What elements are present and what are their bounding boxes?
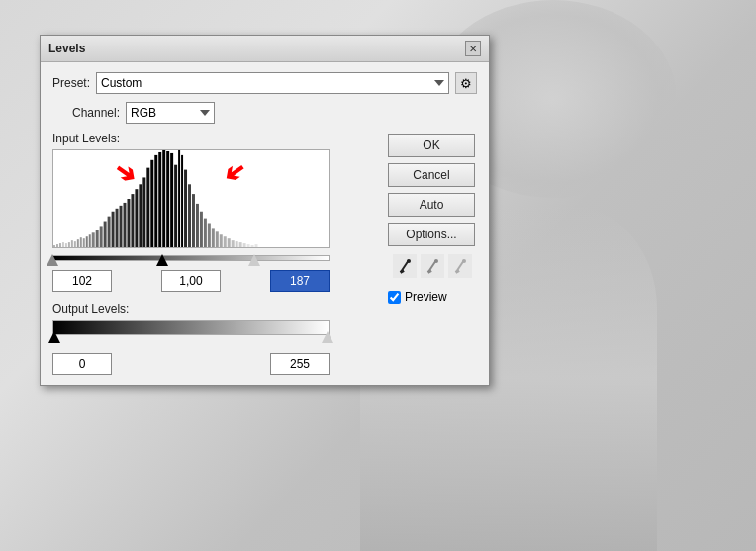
svg-rect-44	[208, 224, 211, 248]
svg-point-65	[462, 259, 466, 263]
preview-label: Preview	[405, 290, 447, 304]
svg-rect-15	[96, 230, 99, 247]
svg-rect-38	[184, 170, 187, 247]
output-section: Output Levels:	[52, 302, 378, 375]
svg-rect-31	[158, 152, 161, 247]
svg-rect-37	[181, 155, 183, 247]
channel-row: Channel: RGB Red Green Blue	[72, 102, 477, 124]
close-button[interactable]: ✕	[465, 41, 481, 56]
mid-handle[interactable]	[47, 254, 58, 266]
output-gradient-bar	[52, 320, 330, 335]
svg-rect-8	[74, 241, 76, 247]
svg-rect-21	[120, 206, 123, 247]
svg-rect-30	[154, 155, 157, 247]
cancel-button[interactable]: Cancel	[388, 163, 475, 187]
svg-rect-43	[204, 219, 207, 247]
preset-row: Preset: Custom Default Darker Increase C…	[52, 72, 477, 94]
ok-button[interactable]: OK	[388, 134, 475, 157]
eyedropper-gray-button[interactable]	[421, 254, 444, 278]
input-values-row	[52, 270, 330, 292]
svg-rect-19	[112, 212, 115, 247]
svg-rect-25	[135, 189, 138, 247]
svg-rect-2	[56, 244, 58, 247]
input-mid-value[interactable]	[161, 270, 221, 292]
output-white-value[interactable]	[270, 353, 330, 375]
dialog-body: Preset: Custom Default Darker Increase C…	[41, 62, 489, 385]
preview-checkbox[interactable]	[388, 291, 401, 304]
svg-rect-36	[178, 150, 180, 247]
svg-rect-12	[86, 236, 88, 247]
gear-button[interactable]: ⚙	[455, 72, 477, 94]
white-handle[interactable]	[248, 254, 260, 266]
output-black-handle[interactable]	[48, 331, 60, 343]
channel-select[interactable]: RGB Red Green Blue	[126, 102, 215, 124]
svg-rect-11	[83, 238, 85, 247]
levels-dialog: Levels ✕ Preset: Custom Default Darker I…	[40, 35, 490, 386]
svg-rect-18	[108, 217, 111, 247]
preset-select[interactable]: Custom Default Darker Increase Contrast …	[96, 72, 449, 94]
svg-rect-10	[80, 237, 82, 247]
eyedropper-white-icon	[452, 258, 468, 274]
svg-rect-20	[116, 209, 119, 247]
svg-rect-14	[92, 232, 95, 247]
svg-point-59	[407, 259, 411, 263]
svg-rect-46	[216, 231, 219, 247]
svg-rect-61	[427, 269, 432, 274]
svg-rect-5	[65, 243, 67, 247]
svg-rect-52	[239, 242, 242, 247]
svg-rect-17	[104, 222, 107, 247]
svg-rect-48	[224, 236, 227, 247]
svg-rect-39	[188, 184, 191, 247]
input-white-value[interactable]	[270, 270, 330, 292]
output-white-handle[interactable]	[322, 331, 333, 343]
preview-row: Preview	[388, 290, 477, 304]
svg-rect-64	[455, 269, 460, 274]
output-black-value[interactable]	[52, 353, 112, 375]
svg-rect-29	[150, 160, 153, 247]
auto-button[interactable]: Auto	[388, 193, 475, 217]
options-button[interactable]: Options...	[388, 223, 475, 246]
svg-rect-56	[255, 244, 258, 247]
svg-rect-58	[400, 269, 405, 274]
gear-icon: ⚙	[460, 76, 472, 91]
slider-gradient	[52, 255, 330, 261]
svg-rect-9	[77, 239, 79, 247]
svg-rect-28	[146, 168, 149, 247]
channel-label: Channel:	[72, 106, 120, 120]
eyedropper-black-icon	[397, 258, 413, 274]
histogram-svg	[53, 150, 329, 247]
input-levels-label: Input Levels:	[52, 132, 378, 145]
svg-rect-4	[62, 242, 64, 247]
main-content: Input Levels:	[52, 132, 477, 375]
input-slider-track	[52, 250, 330, 266]
svg-rect-1	[53, 245, 55, 247]
svg-rect-13	[89, 234, 91, 247]
left-panel: Input Levels:	[52, 132, 378, 375]
svg-rect-22	[123, 203, 126, 247]
dialog-title: Levels	[48, 42, 85, 55]
eyedropper-white-button[interactable]	[448, 254, 472, 278]
histogram: ➔ ➔	[52, 149, 330, 248]
input-black-value[interactable]	[52, 270, 112, 292]
svg-rect-33	[166, 151, 169, 247]
svg-rect-24	[131, 194, 134, 247]
eyedropper-tools	[388, 254, 477, 278]
output-gradient-track	[52, 320, 330, 335]
svg-rect-3	[59, 243, 61, 247]
svg-rect-45	[212, 228, 215, 247]
svg-rect-40	[192, 194, 195, 247]
svg-rect-50	[232, 240, 235, 247]
preset-label: Preset:	[52, 76, 90, 90]
dialog-titlebar: Levels ✕	[41, 36, 489, 62]
svg-rect-47	[220, 234, 223, 247]
eyedropper-black-button[interactable]	[393, 254, 417, 278]
black-handle[interactable]	[156, 254, 168, 266]
svg-point-62	[434, 259, 438, 263]
svg-rect-42	[200, 212, 203, 247]
svg-rect-34	[170, 153, 173, 247]
svg-rect-23	[127, 199, 130, 247]
svg-rect-7	[71, 240, 73, 247]
output-values-row	[52, 353, 330, 375]
svg-rect-51	[236, 241, 238, 247]
svg-rect-54	[247, 244, 250, 247]
